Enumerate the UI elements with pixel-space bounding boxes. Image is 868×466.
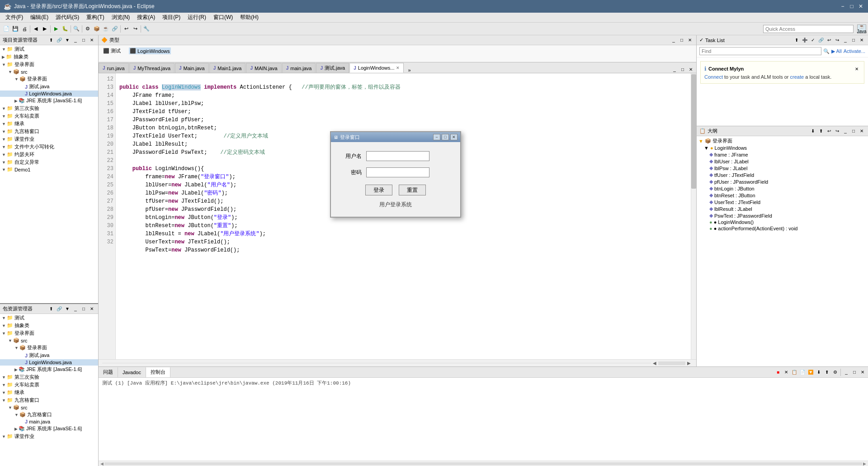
pm-menu-btn[interactable]: ▼ [64,305,71,313]
menu-file[interactable]: 文件(F) [2,13,27,22]
pm-link-btn[interactable]: 🔗 [56,305,63,313]
tree-item[interactable]: ▼📁约瑟夫环 [0,151,98,158]
quick-access-input[interactable] [763,25,854,33]
tab-javadoc[interactable]: Javadoc [118,367,146,377]
forward-button[interactable]: ▶ [40,24,49,33]
outline-item-tfuser[interactable]: ◆ tfUser : JTextField [697,171,868,178]
toolbar-btn-8[interactable]: 🔗 [110,24,119,33]
tree-item[interactable]: ▼📁继承 [0,120,98,128]
password-input[interactable] [366,167,429,177]
menu-source[interactable]: 源代码(S) [52,13,83,22]
outline-min-btn[interactable]: _ [842,128,849,135]
types-min-btn[interactable]: _ [670,37,677,44]
username-input[interactable] [366,151,429,161]
tree-item[interactable]: ▼📁课堂作业 [0,135,98,143]
tree-item[interactable]: ▼📦九宫格窗口 [0,411,98,418]
connect-link[interactable]: Connect [704,74,723,80]
menu-refactor[interactable]: 重构(T) [83,13,108,22]
tree-item[interactable]: ▼📁火车站卖票 [0,381,98,389]
console-stop-btn[interactable]: ■ [774,369,782,376]
outline-close-btn[interactable]: ✕ [858,128,865,135]
mylyn-close-btn[interactable]: ✕ [853,65,860,72]
console-btn-5[interactable]: 🔽 [807,369,814,376]
console-scrollbar[interactable]: ◀ ▶ [99,461,868,466]
type-item-loginwindows[interactable]: ⬛ LoginWindows [129,48,171,54]
pe-min-btn[interactable]: _ [72,37,79,44]
tab-MAIN-java[interactable]: J MAIN.java [246,63,281,73]
outline-item-frame[interactable]: ◆ frame : JFrame [697,151,868,158]
pe-link-btn[interactable]: 🔗 [56,37,63,44]
menu-project[interactable]: 项目(P) [159,13,184,22]
task-toolbar-btn3[interactable]: ✓ [809,37,816,44]
new-button[interactable]: 📄 [2,24,11,33]
run-button[interactable]: ▶ [52,24,61,33]
tree-item[interactable]: ▶JLoginWindows.java [0,359,98,366]
outline-max-btn[interactable]: □ [850,128,857,135]
pm-close-btn[interactable]: ✕ [88,305,95,313]
tree-item[interactable]: ▼📁测试 [0,314,98,322]
tree-item[interactable]: ▼📁登录界面 [0,61,98,68]
tree-item[interactable]: ▼📁继承 [0,389,98,396]
tree-item[interactable]: ▼📦src [0,68,98,75]
outline-item-constructor[interactable]: ● ● LoginWindows() [697,219,868,225]
task-min-btn[interactable]: _ [842,37,849,44]
editor-max-btn[interactable]: □ [679,66,686,73]
toolbar-btn-7[interactable]: ☕ [101,24,110,33]
tree-item[interactable]: ▼📁抽象类 [0,322,98,329]
tab-ceshi-java[interactable]: J 测试.java [316,63,349,73]
outline-item-btnlogin[interactable]: ◆ btnLogin : JButton [697,185,868,192]
task-toolbar-btn1[interactable]: ⬆ [793,37,800,44]
tab-mythread-java[interactable]: J MyThread.java [129,63,175,73]
dialog-minimize-btn[interactable]: − [433,134,440,140]
tree-item[interactable]: ▼📦src [0,337,98,344]
console-close-btn[interactable]: ✕ [859,369,866,376]
task-toolbar-btn4[interactable]: 🔗 [817,37,825,44]
task-toolbar-btn2[interactable]: ➕ [801,37,808,44]
menu-help[interactable]: 帮助(H) [236,13,262,22]
pm-min-btn[interactable]: _ [72,305,79,313]
menu-run[interactable]: 运行(R) [184,13,210,22]
types-close-btn[interactable]: ✕ [686,37,693,44]
task-all-label[interactable]: ▶ All [831,48,842,54]
tab-close-icon[interactable]: ✕ [396,66,400,70]
console-max-btn[interactable]: □ [851,369,858,376]
login-button[interactable]: 登录 [365,185,392,195]
tree-item[interactable]: ▼📁第三次实验 [0,373,98,381]
tab-problems[interactable]: 问题 [99,367,118,377]
tab-loginwindows-java[interactable]: J LoginWindows... ✕ [349,63,404,73]
pe-collapse-btn[interactable]: ⬆ [47,37,55,44]
pe-close-btn[interactable]: ✕ [88,37,95,44]
console-min-btn[interactable]: _ [843,369,850,376]
outline-toolbar-2[interactable]: ⬆ [817,128,825,135]
pm-collapse-btn[interactable]: ⬆ [47,305,55,313]
maximize-button[interactable]: □ [848,3,855,10]
toolbar-btn-9[interactable]: ↩ [122,24,131,33]
tree-item[interactable]: ▶J测试.java [0,83,98,90]
tree-item[interactable]: ▶📚JRE 系统库 [JavaSE-1.6] [0,97,98,105]
toolbar-btn-5[interactable]: ⚙ [83,24,92,33]
tree-item[interactable]: ▶📁抽象类 [0,53,98,61]
tab-main1-java[interactable]: J Main1.java [209,63,246,73]
print-button[interactable]: 🖨 [20,24,29,33]
task-close-btn[interactable]: ✕ [858,37,865,44]
console-btn-6[interactable]: ⬇ [815,369,822,376]
tree-item[interactable]: ▼📦src [0,404,98,411]
pe-menu-btn[interactable]: ▼ [64,37,71,44]
tree-item[interactable]: ▼📁课堂作业 [0,433,98,440]
console-settings-btn[interactable]: ⚙ [831,369,839,376]
tree-item[interactable]: ▶JLoginWindows.java [0,90,98,97]
outline-item-loginwindows-pkg[interactable]: ▼ 📦 登录界面 [697,137,868,145]
back-button[interactable]: ◀ [31,24,40,33]
pe-max-btn[interactable]: □ [80,37,87,44]
tree-item[interactable]: ▼📁Demo1 [0,166,98,173]
menu-search[interactable]: 搜索(A) [133,13,159,22]
tree-item[interactable]: ▶📚JRE 系统库 [JavaSE-1.6] [0,425,98,433]
tree-item[interactable]: ▼📦登录界面 [0,344,98,352]
toolbar-btn-6[interactable]: 📦 [92,24,101,33]
type-item-ceshi[interactable]: ⬛ 测试 [102,47,122,55]
tree-item[interactable]: ▼📁登录界面 [0,329,98,337]
reset-button[interactable]: 重置 [399,185,426,195]
minimize-button[interactable]: − [839,3,846,10]
outline-item-lbluser[interactable]: ◆ lblUser : JLabel [697,158,868,165]
toolbar-btn-10[interactable]: ↪ [131,24,140,33]
